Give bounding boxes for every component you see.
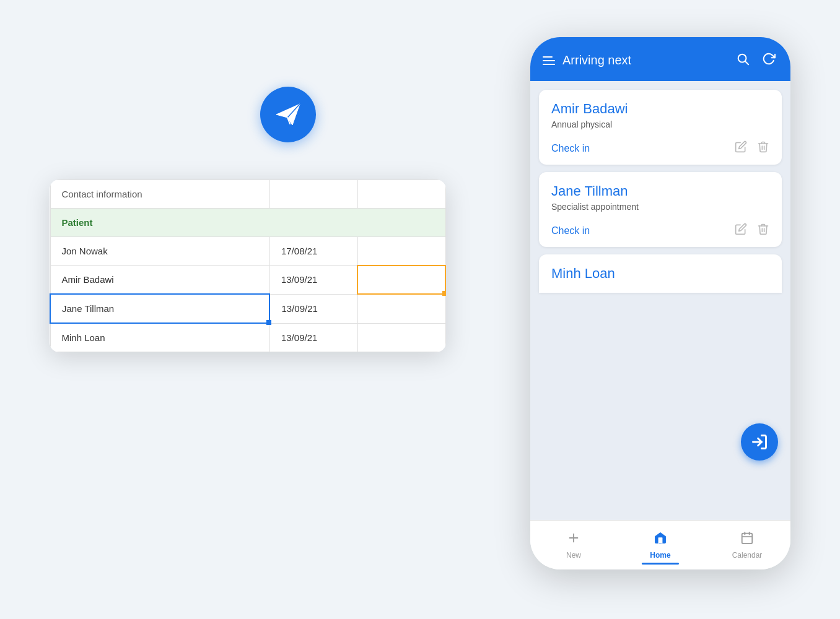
patient-extra-3 <box>357 294 445 323</box>
patient-name-4: Minh Loan <box>50 323 269 352</box>
nav-label-home: Home <box>650 551 670 560</box>
patient-extra-4 <box>357 323 445 352</box>
home-icon <box>654 531 667 548</box>
phone-header: Arriving next <box>530 37 790 81</box>
patient-date-4: 13/09/21 <box>269 323 357 352</box>
patient-date-1: 17/08/21 <box>269 237 357 266</box>
patient-type-card-1: Annual physical <box>551 119 769 129</box>
search-icon[interactable] <box>733 50 752 71</box>
patient-date-3: 13/09/21 <box>269 294 357 323</box>
patient-extra-2-yellow[interactable] <box>357 266 445 295</box>
patient-name-2: Amir Badawi <box>50 266 269 295</box>
patient-card-2: Jane Tillman Specialist appointment Chec… <box>539 172 782 247</box>
col-date-header <box>269 180 357 209</box>
patient-name-card-3: Minh Loan <box>551 266 769 282</box>
phone-title: Arriving next <box>562 53 726 67</box>
nav-item-new[interactable]: New <box>530 526 617 565</box>
fab-checkin[interactable] <box>741 423 778 461</box>
new-icon <box>567 531 580 548</box>
phone-frame: Arriving next Amir Badawi Annual physica… <box>530 37 790 569</box>
patient-card-1: Amir Badawi Annual physical Check in <box>539 90 782 165</box>
nav-label-new: New <box>566 551 581 560</box>
menu-icon[interactable] <box>543 56 555 65</box>
patient-card-3-partial: Minh Loan <box>539 254 782 293</box>
delete-icon-1[interactable] <box>757 141 769 156</box>
delete-icon-2[interactable] <box>757 223 769 238</box>
patient-name-1: Jon Nowak <box>50 237 269 266</box>
paper-plane-logo <box>260 87 316 142</box>
calendar-icon <box>740 531 754 548</box>
phone-body: Amir Badawi Annual physical Check in <box>530 81 790 520</box>
patient-name-3-selected[interactable]: Jane Tillman <box>50 294 269 323</box>
patient-type-card-2: Specialist appointment <box>551 202 769 212</box>
svg-rect-5 <box>742 533 753 543</box>
phone-nav: New Home Calendar <box>530 520 790 569</box>
edit-icon-2[interactable] <box>735 223 747 238</box>
refresh-icon[interactable] <box>759 50 778 71</box>
check-in-btn-2[interactable]: Check in <box>551 225 725 236</box>
svg-line-1 <box>745 61 748 64</box>
card-actions-1: Check in <box>551 141 769 156</box>
col-extra-header <box>357 180 445 209</box>
spreadsheet-card: Contact information Patient Jon Nowak 17… <box>50 180 446 352</box>
nav-active-indicator <box>642 563 679 565</box>
patient-name-card-2: Jane Tillman <box>551 183 769 199</box>
patient-date-2: 13/09/21 <box>269 266 357 295</box>
nav-item-calendar[interactable]: Calendar <box>704 526 790 565</box>
edit-icon-1[interactable] <box>735 141 747 156</box>
col-contact-info: Contact information <box>50 180 269 209</box>
patient-name-card-1: Amir Badawi <box>551 101 769 117</box>
check-in-btn-1[interactable]: Check in <box>551 143 725 154</box>
nav-label-calendar: Calendar <box>732 551 763 560</box>
nav-item-home[interactable]: Home <box>617 526 704 565</box>
patient-extra-1 <box>357 237 445 266</box>
card-actions-2: Check in <box>551 223 769 238</box>
section-patient: Patient <box>50 209 445 237</box>
